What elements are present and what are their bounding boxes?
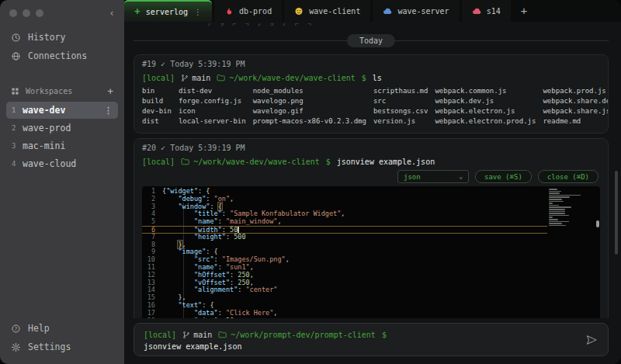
editor-code-area[interactable]: 1{"widget": {2 "debug": "on",3 "window":…: [142, 186, 547, 318]
file-column: dist-devforge.config.jsiconlocal-server-…: [179, 86, 246, 127]
branch-name: main: [192, 74, 210, 82]
prompt-cwd: ~/work/wave-dev/wave-client: [181, 158, 320, 166]
minimap-line: [549, 201, 564, 203]
today-pill[interactable]: Today: [347, 34, 395, 47]
traffic-light-minimize[interactable]: [23, 9, 30, 17]
command-block-19: #19 ✓ Today 5:39:19 PM [local] main: [134, 54, 609, 133]
code-text: "size": 36,: [162, 317, 238, 318]
file-name: scripthaus.md: [373, 86, 428, 96]
tab-db-prod[interactable]: db-prod: [214, 0, 282, 22]
block-check-icon: ✓: [161, 144, 165, 152]
connections-label: Connections: [28, 50, 87, 61]
folder-icon: [217, 74, 225, 81]
code-line[interactable]: 18 "size": 36,: [142, 317, 547, 318]
sidebar-item-wave-dev[interactable]: 1wave-dev⋮: [6, 102, 118, 119]
command-text: ls: [373, 74, 382, 82]
sidebar-item-wave-cloud[interactable]: 4wave-cloud: [6, 155, 118, 172]
file-name: dist: [142, 116, 172, 127]
tab-wave-server[interactable]: wave-server: [373, 0, 459, 22]
prompt-host: [local]: [142, 158, 175, 166]
text-cursor: [238, 227, 239, 233]
sidebar-item-wave-prod[interactable]: 2wave-prod: [6, 120, 118, 137]
line-number: 18: [142, 317, 162, 318]
prompt-sigil: $: [382, 331, 387, 339]
block-timestamp: Today 5:39:19 PM: [170, 60, 245, 68]
prompt-branch: main: [181, 74, 210, 82]
workspace-menu-icon[interactable]: ⋮: [104, 106, 113, 116]
file-column: webpack.prod.jswebpack.share.dev.jswebpa…: [543, 86, 609, 127]
face-icon: [294, 7, 304, 16]
sidebar-item-settings[interactable]: Settings: [0, 338, 124, 356]
traffic-light-close[interactable]: [9, 9, 17, 17]
command-input-area: [local] main ~/w: [124, 318, 621, 364]
command-input[interactable]: [local] main ~/w: [134, 323, 609, 356]
minimap-line: [549, 189, 557, 190]
file-column: binbuilddev-bindist: [142, 86, 172, 127]
minimap-line: [549, 217, 553, 218]
workspace-label: wave-dev: [23, 105, 65, 116]
file-name: dev-bin: [142, 106, 172, 116]
file-name: wavelogo.png: [253, 96, 366, 106]
minimap-line: [549, 205, 559, 206]
save-button[interactable]: save (⌘S): [475, 170, 532, 183]
code-text: "name": "main_window",: [162, 218, 282, 226]
send-icon[interactable]: [585, 333, 598, 347]
main-area: +serverlog⋮db-prodwave-clientwave-server…: [124, 0, 621, 364]
prompt-host: [local]: [142, 74, 175, 82]
tab-serverlog[interactable]: +serverlog⋮: [124, 0, 212, 22]
minimap-line: [549, 192, 560, 194]
file-name: webpack.electron.prod.js: [435, 116, 536, 127]
tab-menu-icon[interactable]: ⋮: [194, 8, 202, 16]
prompt-cwd: ~/work/prompt-dev/prompt-client: [218, 331, 376, 339]
mode-dropdown[interactable]: json ⌄: [397, 170, 469, 183]
prompt-sigil: $: [362, 74, 366, 82]
chevron-down-icon: ⌄: [459, 173, 463, 180]
titlebar: ‹: [0, 0, 124, 26]
tab-wave-client[interactable]: wave-client: [284, 0, 370, 22]
block-check-icon: ✓: [161, 60, 165, 68]
cwd-path: ~/work/wave-dev/wave-client: [193, 158, 320, 166]
workspace-label: wave-cloud: [23, 158, 76, 169]
sidebar-item-connections[interactable]: Connections: [0, 47, 124, 65]
code-line[interactable]: 14 "alignment": "center": [142, 286, 547, 294]
minimap-line: [549, 211, 565, 213]
new-tab-button[interactable]: +: [513, 0, 535, 22]
input-command-text[interactable]: jsonview example.json: [144, 342, 577, 351]
close-button[interactable]: close (⌘D): [538, 170, 598, 183]
sidebar-item-mac-mini[interactable]: 3mac-mini: [6, 137, 118, 154]
file-name: webpack.prod.js: [543, 86, 609, 96]
prompt-sigil: $: [326, 158, 331, 166]
minimap-line: [549, 215, 569, 217]
workspace-number: 1: [12, 106, 23, 114]
editor-scrollbar-thumb[interactable]: [596, 220, 599, 227]
file-name: local-server-bin: [179, 116, 246, 127]
traffic-light-zoom[interactable]: [36, 9, 43, 17]
file-name: node_modules: [253, 86, 366, 96]
code-line[interactable]: 7 "height": 500: [142, 234, 547, 241]
history-icon: [11, 33, 21, 43]
workspace-label: wave-prod: [23, 123, 71, 133]
json-viewer-toolbar: json ⌄ save (⌘S) close (⌘D): [142, 170, 598, 183]
tab-label: s14: [487, 7, 501, 16]
sidebar-item-help[interactable]: ? Help: [0, 319, 124, 338]
file-name: version.js: [373, 116, 428, 127]
tab-s14[interactable]: s14: [462, 0, 511, 22]
prompt-line: [local] main ~/w: [142, 71, 600, 84]
code-line[interactable]: 5 "name": "main_window",: [142, 218, 547, 226]
sidebar-item-history[interactable]: History: [0, 28, 124, 47]
json-editor[interactable]: 1{"widget": {2 "debug": "on",3 "window":…: [142, 186, 600, 318]
minimap-line: [549, 213, 565, 214]
main-scrollbar-thumb[interactable]: [615, 171, 618, 255]
file-name: wavelogo.gif: [253, 106, 366, 116]
add-workspace-button[interactable]: +: [107, 85, 113, 97]
tab-label: db-prod: [239, 7, 272, 16]
line-number: 5: [142, 218, 162, 226]
minimap-line: [549, 223, 562, 224]
cwd-path: ~/work/prompt-dev/prompt-client: [231, 331, 376, 339]
line-number: 6: [142, 227, 162, 233]
editor-scrollbar[interactable]: [595, 186, 600, 318]
git-branch-icon: [182, 331, 190, 339]
editor-minimap[interactable]: [547, 186, 595, 318]
prompt-branch: main: [182, 331, 212, 339]
sidebar-collapse-icon[interactable]: ‹: [109, 9, 115, 17]
